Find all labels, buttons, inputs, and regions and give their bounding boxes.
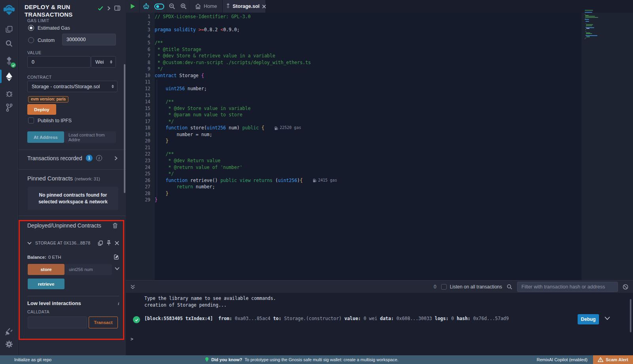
publish-ipfs-checkbox[interactable] xyxy=(28,118,34,123)
home-icon[interactable] xyxy=(192,4,204,9)
deploy-run-icon[interactable] xyxy=(0,70,18,84)
line-number: 16 xyxy=(126,112,155,118)
code-line[interactable]: return number; xyxy=(155,184,215,190)
remix-logo[interactable] xyxy=(0,2,18,17)
listen-checkbox[interactable] xyxy=(441,284,447,290)
code-line[interactable]: */ xyxy=(155,118,174,125)
code-line[interactable]: /** xyxy=(155,40,163,46)
terminal-prompt[interactable]: > xyxy=(131,336,133,342)
copy-address-icon[interactable] xyxy=(98,241,103,246)
terminal-scrollbar[interactable] xyxy=(630,299,631,332)
contract-select[interactable]: Storage - contracts/Storage.sol xyxy=(27,81,118,92)
code-line[interactable]: * @dev Store & retrieve value in a varia… xyxy=(155,53,275,59)
code-line[interactable]: function retrieve() public view returns … xyxy=(155,177,337,184)
close-tab-icon[interactable] xyxy=(262,5,266,8)
expand-log-icon[interactable] xyxy=(605,317,610,320)
tab-storage-sol[interactable]: Storage.sol xyxy=(222,0,266,13)
pin-panel-icon[interactable] xyxy=(114,6,120,11)
transactions-info-icon[interactable]: i xyxy=(96,155,102,161)
remix-ai-robot-icon[interactable] xyxy=(140,3,152,10)
panel-scrollbar[interactable] xyxy=(124,64,125,193)
terminal-search-icon[interactable] xyxy=(507,284,512,290)
run-script-icon[interactable] xyxy=(126,4,139,9)
code-line[interactable]: contract Storage { xyxy=(155,72,204,79)
deploy-button[interactable]: Deploy xyxy=(27,104,56,115)
debugger-icon[interactable] xyxy=(0,86,18,100)
retrieve-button[interactable]: retrieve xyxy=(28,279,64,289)
code-line[interactable]: * @return value of 'number' xyxy=(155,164,243,171)
line-number: 20 xyxy=(126,138,155,144)
line-number: 25 xyxy=(126,171,155,177)
filter-input[interactable]: Filter with transaction hash or address xyxy=(517,282,618,292)
store-button[interactable]: store xyxy=(28,264,64,275)
code-line[interactable]: * @param num value to store xyxy=(155,112,243,118)
calldata-input[interactable] xyxy=(28,317,87,328)
line-number: 10 xyxy=(126,72,155,79)
code-line[interactable]: uint256 number; xyxy=(155,85,207,92)
code-line[interactable]: /** xyxy=(155,151,174,157)
file-explorer-icon[interactable] xyxy=(0,22,18,36)
code-line[interactable]: */ xyxy=(155,171,174,177)
custom-gas-radio[interactable] xyxy=(28,37,34,43)
code-line[interactable]: * @dev Return value xyxy=(155,157,220,164)
copilot-status[interactable]: RemixAI Copilot (enabled) xyxy=(537,357,588,362)
pin-contract-icon[interactable] xyxy=(106,240,111,246)
custom-gas-radio-row[interactable]: Custom xyxy=(28,37,55,43)
close-contract-icon[interactable] xyxy=(115,241,119,245)
code-lines[interactable]: 1// SPDX-License-Identifier: GPL-3.023pr… xyxy=(126,13,582,203)
publish-ipfs-row[interactable]: Publish to IPFS xyxy=(28,118,72,123)
solidity-compiler-icon[interactable] xyxy=(0,54,18,68)
clear-console-icon[interactable] xyxy=(623,284,628,290)
transact-button[interactable]: Transact xyxy=(89,317,118,328)
plug-icon[interactable] xyxy=(0,324,18,339)
trash-icon[interactable] xyxy=(113,223,118,228)
collapse-terminal-icon[interactable] xyxy=(131,284,135,289)
plugin-manager-icon[interactable] xyxy=(0,100,18,115)
code-line[interactable]: } xyxy=(155,197,157,203)
custom-gas-input[interactable]: 3000000 xyxy=(62,34,116,46)
code-line[interactable]: */ xyxy=(155,66,163,72)
value-unit-select[interactable]: Wei xyxy=(91,56,116,68)
terminal-body[interactable]: Type the library name to see available c… xyxy=(126,293,633,355)
scam-alert-button[interactable]: Scam Alert xyxy=(593,355,633,364)
chevron-right-icon[interactable] xyxy=(107,6,110,11)
at-address-input[interactable]: Load contract from Addre xyxy=(64,131,116,143)
code-line[interactable]: pragma solidity >=0.8.2 <0.9.0; xyxy=(155,27,240,33)
value-label: VALUE xyxy=(27,50,42,55)
transaction-log-row[interactable]: [block:5583405 txIndex:4] from: 0xa03...… xyxy=(126,316,633,321)
zoom-out-icon[interactable] xyxy=(166,3,178,9)
edit-balance-icon[interactable] xyxy=(114,254,119,260)
value-input[interactable]: 0 xyxy=(27,56,91,68)
lightbulb-icon xyxy=(205,357,209,362)
at-address-button[interactable]: At Address xyxy=(27,131,64,143)
deployed-contract-accordion[interactable]: STORAGE AT 0X136...8B78 xyxy=(27,240,119,246)
git-init-button[interactable]: Initialize as git repo xyxy=(14,357,51,362)
line-number: 1 xyxy=(126,13,155,20)
line-number: 27 xyxy=(126,184,155,190)
expand-args-icon[interactable] xyxy=(115,267,119,270)
code-line[interactable]: function store(uint256 num) public {2252… xyxy=(155,125,301,131)
debug-button[interactable]: Debug xyxy=(578,314,599,324)
store-arg-input[interactable]: uint256 num xyxy=(64,264,112,275)
search-icon[interactable] xyxy=(0,36,18,51)
code-line[interactable]: * @title Storage xyxy=(155,46,201,53)
transactions-expand-icon[interactable] xyxy=(114,156,118,161)
zoom-in-icon[interactable] xyxy=(178,3,189,9)
transactions-recorded-row[interactable]: Transactions recorded 1 i xyxy=(27,155,118,161)
code-line[interactable]: // SPDX-License-Identifier: GPL-3.0 xyxy=(155,13,250,20)
copilot-toggle[interactable] xyxy=(152,4,166,9)
settings-gear-icon[interactable] xyxy=(0,337,18,351)
low-level-info-icon[interactable]: i xyxy=(118,301,119,306)
estimated-gas-radio[interactable] xyxy=(28,25,34,31)
estimated-gas-radio-row[interactable]: Estimated Gas xyxy=(28,25,70,31)
chevron-down-icon[interactable] xyxy=(27,242,32,245)
code-line[interactable]: number = num; xyxy=(155,131,212,138)
code-line[interactable]: * @dev Store value in variable xyxy=(155,105,250,112)
editor-region: Home Storage.sol 1// SPDX-License-Identi… xyxy=(126,0,633,280)
minimap[interactable] xyxy=(585,10,614,40)
home-tab-label[interactable]: Home xyxy=(204,4,217,9)
transactions-recorded-label: Transactions recorded xyxy=(27,155,82,161)
code-line[interactable]: /** xyxy=(155,99,174,105)
at-address-placeholder: Load contract from Addre xyxy=(68,133,112,142)
code-line[interactable]: * @custom:dev-run-script ./scripts/deplo… xyxy=(155,59,311,66)
